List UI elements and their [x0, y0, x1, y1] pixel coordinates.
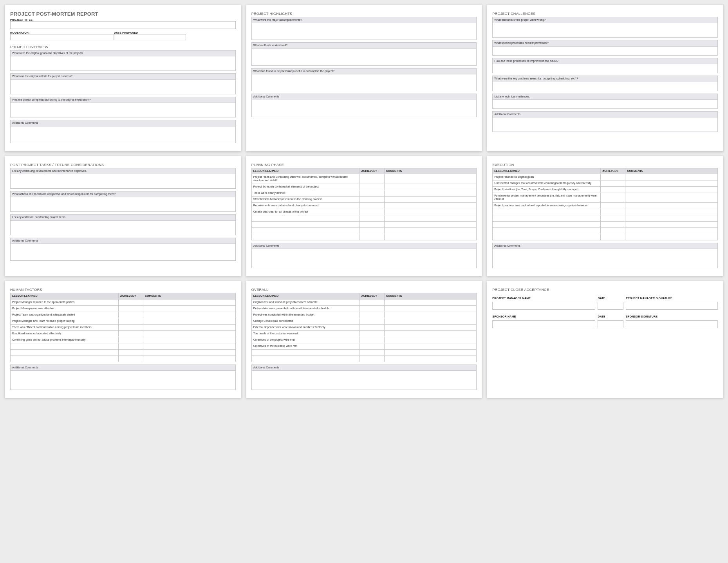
- achieved-cell[interactable]: [359, 343, 384, 349]
- achieved-cell[interactable]: [359, 209, 384, 215]
- comments-cell[interactable]: [384, 196, 477, 202]
- comments-cell[interactable]: [384, 227, 477, 234]
- a-goals[interactable]: [10, 56, 236, 71]
- comments-cell[interactable]: [625, 174, 718, 180]
- achieved-cell[interactable]: [359, 324, 384, 330]
- a-problem-areas[interactable]: [492, 82, 718, 91]
- achieved-cell[interactable]: [359, 337, 384, 343]
- overall-addl[interactable]: [251, 370, 477, 390]
- achieved-cell[interactable]: [601, 221, 625, 227]
- comments-cell[interactable]: [143, 330, 236, 337]
- achieved-cell[interactable]: [359, 215, 384, 221]
- comments-cell[interactable]: [143, 299, 236, 305]
- achieved-cell[interactable]: [359, 318, 384, 324]
- achieved-cell[interactable]: [118, 305, 143, 312]
- comments-cell[interactable]: [625, 234, 718, 240]
- comments-cell[interactable]: [625, 193, 718, 203]
- overview-addl[interactable]: [10, 126, 236, 143]
- a-completed[interactable]: [10, 103, 236, 117]
- pm-sig-input[interactable]: [626, 302, 718, 310]
- comments-cell[interactable]: [384, 221, 477, 227]
- achieved-cell[interactable]: [601, 234, 625, 240]
- project-title-input[interactable]: [10, 21, 236, 29]
- comments-cell[interactable]: [384, 349, 477, 355]
- achieved-cell[interactable]: [601, 180, 625, 187]
- a-accomplishments[interactable]: [251, 23, 477, 40]
- achieved-cell[interactable]: [601, 174, 625, 180]
- sponsor-name-input[interactable]: [492, 320, 595, 328]
- achieved-cell[interactable]: [601, 202, 625, 209]
- comments-cell[interactable]: [384, 190, 477, 196]
- comments-cell[interactable]: [384, 343, 477, 349]
- comments-cell[interactable]: [384, 330, 477, 337]
- achieved-cell[interactable]: [118, 312, 143, 318]
- achieved-cell[interactable]: [359, 221, 384, 227]
- achieved-cell[interactable]: [118, 337, 143, 343]
- achieved-cell[interactable]: [359, 330, 384, 337]
- sponsor-sig-input[interactable]: [626, 320, 718, 328]
- date-prepared-input[interactable]: [114, 34, 186, 40]
- comments-cell[interactable]: [384, 202, 477, 209]
- achieved-cell[interactable]: [359, 196, 384, 202]
- execution-addl[interactable]: [492, 249, 718, 268]
- comments-cell[interactable]: [625, 202, 718, 209]
- comments-cell[interactable]: [143, 343, 236, 349]
- comments-cell[interactable]: [384, 305, 477, 312]
- highlights-addl[interactable]: [251, 100, 477, 117]
- comments-cell[interactable]: [384, 209, 477, 215]
- comments-cell[interactable]: [384, 174, 477, 184]
- comments-cell[interactable]: [625, 215, 718, 221]
- a-criteria[interactable]: [10, 79, 236, 94]
- comments-cell[interactable]: [384, 324, 477, 330]
- achieved-cell[interactable]: [601, 193, 625, 203]
- achieved-cell[interactable]: [601, 209, 625, 215]
- achieved-cell[interactable]: [601, 215, 625, 221]
- a-improve[interactable]: [492, 64, 718, 73]
- comments-cell[interactable]: [384, 312, 477, 318]
- comments-cell[interactable]: [143, 324, 236, 330]
- challenges-addl[interactable]: [492, 117, 718, 132]
- achieved-cell[interactable]: [359, 190, 384, 196]
- achieved-cell[interactable]: [118, 355, 143, 362]
- a-processes[interactable]: [492, 46, 718, 56]
- a-methods[interactable]: [251, 49, 477, 66]
- achieved-cell[interactable]: [118, 318, 143, 324]
- achieved-cell[interactable]: [359, 234, 384, 240]
- postproject-addl[interactable]: [10, 244, 236, 261]
- achieved-cell[interactable]: [359, 184, 384, 190]
- comments-cell[interactable]: [625, 221, 718, 227]
- achieved-cell[interactable]: [359, 355, 384, 362]
- comments-cell[interactable]: [384, 318, 477, 324]
- comments-cell[interactable]: [384, 337, 477, 343]
- planning-addl[interactable]: [251, 249, 477, 268]
- comments-cell[interactable]: [625, 187, 718, 193]
- comments-cell[interactable]: [143, 305, 236, 312]
- pm-date-input[interactable]: [598, 302, 623, 310]
- comments-cell[interactable]: [384, 299, 477, 305]
- a-useful[interactable]: [251, 74, 477, 91]
- sponsor-date-input[interactable]: [598, 320, 623, 328]
- achieved-cell[interactable]: [601, 187, 625, 193]
- achieved-cell[interactable]: [359, 227, 384, 234]
- achieved-cell[interactable]: [118, 349, 143, 355]
- achieved-cell[interactable]: [359, 299, 384, 305]
- comments-cell[interactable]: [384, 234, 477, 240]
- comments-cell[interactable]: [384, 184, 477, 190]
- achieved-cell[interactable]: [359, 305, 384, 312]
- achieved-cell[interactable]: [359, 349, 384, 355]
- achieved-cell[interactable]: [359, 174, 384, 184]
- achieved-cell[interactable]: [118, 299, 143, 305]
- comments-cell[interactable]: [625, 209, 718, 215]
- a-continuing[interactable]: [10, 174, 236, 189]
- achieved-cell[interactable]: [359, 202, 384, 209]
- achieved-cell[interactable]: [118, 324, 143, 330]
- moderator-input[interactable]: [10, 34, 114, 40]
- comments-cell[interactable]: [143, 318, 236, 324]
- comments-cell[interactable]: [143, 312, 236, 318]
- achieved-cell[interactable]: [118, 343, 143, 349]
- comments-cell[interactable]: [143, 337, 236, 343]
- a-wrong[interactable]: [492, 23, 718, 38]
- comments-cell[interactable]: [143, 355, 236, 362]
- comments-cell[interactable]: [625, 227, 718, 234]
- pm-name-input[interactable]: [492, 302, 595, 310]
